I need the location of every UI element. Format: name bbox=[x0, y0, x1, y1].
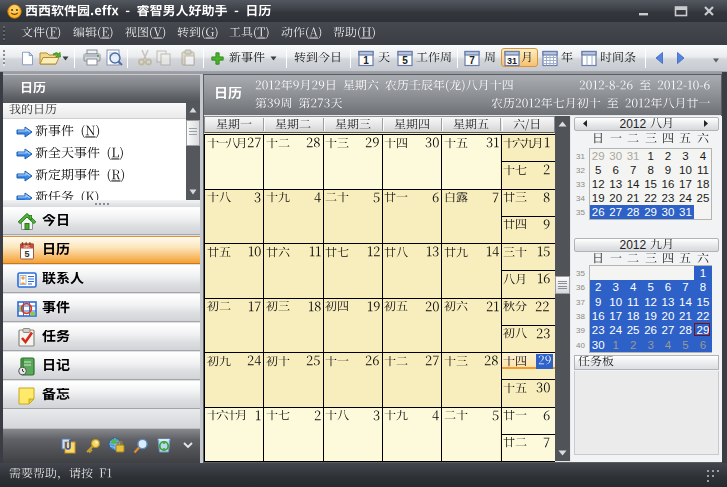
svg-text:DEC: DEC bbox=[24, 245, 31, 249]
svg-text:5: 5 bbox=[24, 249, 29, 259]
